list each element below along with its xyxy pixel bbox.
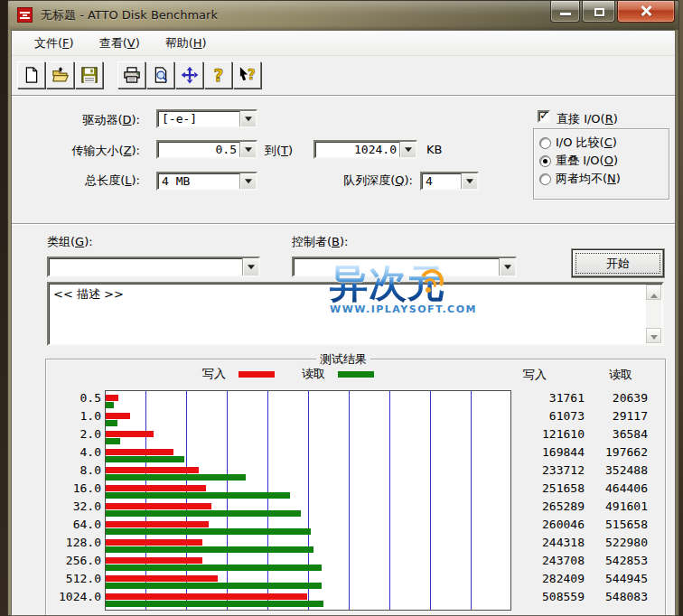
row-label: 1024.0 [47,590,101,604]
bar-read [106,546,313,553]
queue-depth-label: 队列深度(Q): [286,173,413,189]
menu-bar: 文件(F) 查看(V) 帮助(H) [12,31,675,56]
read-value: 548083 [585,590,648,604]
bar-read [106,601,323,607]
row-label: 512.0 [47,572,101,586]
radio-icon [539,137,551,149]
chevron-down-icon[interactable] [239,111,256,126]
menu-help[interactable]: 帮助(H) [157,33,215,54]
legend-label: 写入 [202,366,226,382]
write-value: 243708 [521,554,585,568]
row-label: 0.5 [47,391,101,406]
bar-write [106,539,202,546]
move-icon [181,66,199,84]
minimize-button[interactable] [550,1,580,23]
radio-label: 重叠 I/O(O) [556,154,618,167]
bar-read [106,474,246,481]
row-label: 64.0 [47,518,101,532]
app-window: 无标题 - ATTO Disk Benchmark 文件(F) 查看(V) 帮助… [7,0,679,616]
read-value: 197662 [585,445,648,460]
radio-icon [539,173,551,185]
radio-label: I/O 比较(C) [556,135,617,149]
bar-write [106,575,218,582]
new-file-button[interactable] [17,61,45,89]
bar-read [106,528,311,535]
maximize-button[interactable] [582,1,615,23]
legend-swatch [338,371,374,378]
chevron-down-icon[interactable] [499,258,515,275]
description-placeholder: << 描述 >> [53,286,124,303]
chevron-down-icon[interactable] [461,173,477,189]
help-button[interactable]: ? [204,61,232,89]
transfer-size-label: 传输大小(Z): [30,143,140,159]
radio-option[interactable]: 重叠 I/O(O) [534,153,669,171]
print-preview-icon [152,66,170,84]
context-help-button[interactable]: ? [233,61,261,89]
gridline [349,391,350,610]
write-value: 233712 [521,463,585,478]
bar-write [106,485,206,491]
move-button[interactable] [175,61,203,89]
read-value: 36584 [585,427,648,442]
row-label: 32.0 [47,499,101,514]
radio-option[interactable]: 两者均不(N) [534,171,669,189]
bar-write [106,593,307,600]
bar-write [106,449,173,455]
read-values: 2063929117365841976623524884644064916015… [585,390,648,616]
radio-label: 两者均不(N) [556,172,621,185]
write-value: 260046 [521,518,585,532]
scroll-up-icon[interactable] [646,285,661,300]
chevron-down-icon[interactable] [242,258,258,275]
description-scrollbar[interactable] [646,285,661,343]
chevron-down-icon[interactable] [239,142,256,157]
open-file-button[interactable] [46,61,74,89]
title-bar[interactable]: 无标题 - ATTO Disk Benchmark [7,0,679,30]
write-value: 31761 [521,391,585,406]
bar-write [106,503,211,509]
chevron-down-icon[interactable] [239,173,256,189]
write-value: 244318 [521,536,585,550]
group-select[interactable] [47,257,260,277]
scroll-down-icon[interactable] [646,328,661,343]
legend-label: 读取 [302,366,325,382]
divider [12,95,675,97]
drive-select[interactable]: [-e-] [156,109,257,128]
controller-label: 控制者(B): [292,234,348,250]
row-label: 2.0 [47,427,101,442]
group-label: 类组(G): [47,234,93,250]
close-button[interactable] [617,1,675,23]
bar-write [106,521,209,527]
drive-label: 驱动器(D): [30,112,140,128]
maximize-icon [594,8,604,16]
open-file-icon [51,66,70,84]
menu-file[interactable]: 文件(F) [26,33,82,54]
close-icon [640,5,652,17]
save-file-button[interactable] [75,61,103,89]
bar-read [106,438,120,444]
chevron-down-icon[interactable] [399,142,416,157]
client-area: 文件(F) 查看(V) 帮助(H) [11,30,676,616]
bar-read [106,402,114,408]
bar-read [106,583,322,589]
menu-view[interactable]: 查看(V) [91,33,148,54]
total-length-select[interactable]: 4 MB [156,172,257,191]
print-preview-button[interactable] [146,61,174,89]
direct-io-checkbox[interactable] [538,110,550,123]
atto-app-icon [17,7,33,23]
print-button[interactable] [117,61,145,89]
bar-read [106,492,290,499]
bar-write [106,431,154,437]
transfer-from-select[interactable]: 0.5 [156,140,257,159]
bar-write [106,413,130,419]
bar-read [106,420,117,426]
gridline [430,391,431,610]
start-button[interactable]: 开始 [572,249,664,277]
write-value: 265289 [521,499,585,514]
gridline [227,391,228,610]
radio-option[interactable]: I/O 比较(C) [534,135,669,153]
gridline [471,391,472,610]
transfer-to-select[interactable]: 1024.0 [313,140,417,159]
queue-depth-select[interactable]: 4 [420,172,479,191]
read-value: 491601 [585,499,648,514]
benchmark-plot [105,390,511,611]
